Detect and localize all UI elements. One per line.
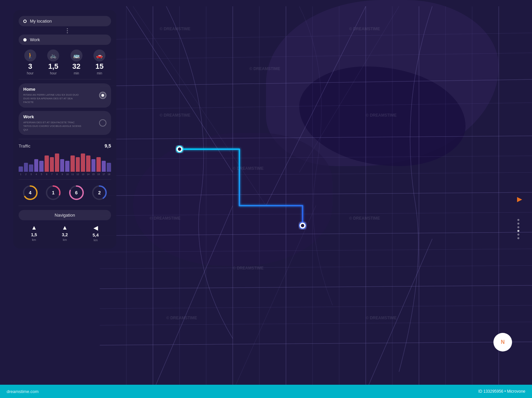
dreamstime-watermark: © DREAMSTIME: [349, 216, 380, 221]
chart-label: 9: [60, 173, 65, 175]
svg-line-11: [100, 265, 532, 269]
transport-walk[interactable]: 🚶 3 hour: [24, 50, 36, 75]
chart-bar: [107, 163, 111, 172]
navigation-label: Navigation: [19, 210, 111, 220]
chart-bar: [24, 163, 28, 172]
work-desc: APEIRIAN DES ET AT SEA FACETE TRAC TATOS…: [23, 121, 83, 132]
nav-item: ▲ 1,5 km: [31, 224, 37, 242]
transport-bike[interactable]: 🚲 1,5 hour: [47, 50, 59, 75]
divider-1: [19, 79, 111, 79]
transport-bus[interactable]: 🚌 32 min: [70, 50, 82, 75]
dreamstime-watermark: © DREAMSTIME: [233, 266, 264, 270]
location-to-label: Work: [30, 37, 40, 42]
svg-line-13: [100, 305, 532, 309]
bottom-bar-right: ID 133295956 • Microvone: [478, 389, 525, 394]
navigation-panel: My location Work 🚶 3 hour 🚲 1,5 hour 🚌 3…: [13, 10, 116, 249]
work-title: Work: [23, 114, 83, 119]
home-card[interactable]: Home RITANI AN FERRI LATINE USU EX DUO D…: [19, 83, 111, 108]
svg-line-12: [100, 285, 532, 289]
chart-label: 3: [29, 173, 33, 175]
chart-bar: [70, 155, 75, 172]
chart-bar: [60, 159, 65, 172]
chart-bar: [55, 153, 59, 172]
compass: N: [493, 333, 512, 351]
chart-label: 13: [81, 173, 85, 175]
nav-item-arrow: ▲: [62, 224, 68, 231]
dreamstime-watermark: © DREAMSTIME: [249, 66, 280, 71]
car-value: 15: [95, 63, 103, 70]
svg-line-2: [100, 79, 532, 86]
chart-label: 5: [39, 173, 44, 175]
chart-label: 12: [76, 173, 80, 175]
car-unit: min: [97, 71, 102, 75]
chart-label: 18: [107, 173, 111, 175]
bottom-bar-left: dreamstime.com: [7, 389, 39, 394]
bike-value: 1,5: [48, 63, 59, 70]
chart-label: 10: [65, 173, 69, 175]
chart-label: 2: [24, 173, 28, 175]
chart-label: 17: [102, 173, 106, 175]
home-desc: RITANI AN FERRI LATINE USU EX DUO DUO DU…: [23, 93, 83, 104]
nav-item-arrow: ▲: [31, 224, 37, 231]
circle-num: 2: [98, 190, 101, 195]
chart-bar: [86, 155, 90, 172]
chart-label: 15: [91, 173, 96, 175]
traffic-header: Traffic 9,5: [19, 143, 111, 149]
svg-line-34: [299, 6, 399, 172]
dreamstime-watermark: © DREAMSTIME: [160, 113, 191, 118]
circle-indicator: 6: [68, 184, 85, 201]
traffic-chart: [19, 152, 111, 172]
home-toggle[interactable]: [99, 92, 106, 99]
svg-line-35: [153, 206, 233, 392]
location-connector: [23, 28, 111, 33]
nav-item-unit: km: [63, 238, 67, 242]
svg-line-15: [100, 342, 532, 345]
chart-bar: [96, 157, 101, 172]
walk-unit: hour: [27, 71, 34, 75]
zoom-dots: [517, 219, 519, 239]
chart-bar: [91, 159, 96, 172]
circle-indicator: 1: [45, 184, 62, 201]
nav-item-dist: 1,5: [31, 232, 37, 237]
location-to-row[interactable]: Work: [19, 35, 111, 45]
walk-value: 3: [28, 63, 32, 70]
bike-unit: hour: [50, 71, 57, 75]
chart-bar: [39, 161, 44, 172]
circles-row: 4 1 6 2: [19, 184, 111, 201]
chart-bar: [34, 159, 39, 172]
chart-bar: [45, 155, 49, 172]
dreamstime-watermark: © DREAMSTIME: [366, 316, 397, 320]
chart-bar: [19, 166, 23, 172]
home-title: Home: [23, 87, 83, 92]
nav-item: ◀ 5,4 km: [93, 224, 99, 242]
svg-line-4: [100, 136, 532, 139]
circle-num: 4: [29, 190, 32, 195]
chart-bar: [65, 161, 69, 172]
dreamstime-watermark: © DREAMSTIME: [366, 113, 397, 118]
circle-num: 6: [75, 190, 78, 195]
svg-line-36: [233, 206, 316, 392]
location-from-row[interactable]: My location: [19, 16, 111, 26]
work-card[interactable]: Work APEIRIAN DES ET AT SEA FACETE TRAC …: [19, 111, 111, 135]
bike-icon: 🚲: [47, 50, 59, 61]
traffic-label: Traffic: [19, 144, 30, 149]
divider-4: [19, 206, 111, 206]
bus-icon: 🚌: [70, 50, 82, 61]
dreamstime-watermark: © DREAMSTIME: [150, 216, 181, 221]
dreamstime-watermark: © DREAMSTIME: [233, 166, 264, 171]
nav-item-dist: 3,2: [62, 232, 68, 237]
nav-item-dist: 5,4: [93, 233, 99, 238]
work-toggle[interactable]: [99, 119, 106, 127]
chart-label: 4: [34, 173, 39, 175]
compass-label: N: [501, 339, 505, 345]
dreamstime-watermark: © DREAMSTIME: [160, 27, 191, 31]
chart-label: 7: [50, 173, 54, 175]
nav-direction-arrow: ▶: [517, 195, 522, 203]
chart-label: 1: [19, 173, 23, 175]
transport-car[interactable]: 🚗 15 min: [93, 50, 105, 75]
svg-line-0: [100, 33, 532, 40]
nav-item-arrow: ◀: [93, 224, 98, 232]
to-dot: [23, 38, 27, 42]
chart-labels: 123456789101112131415161718: [19, 173, 111, 175]
transport-modes-row: 🚶 3 hour 🚲 1,5 hour 🚌 32 min 🚗 15 min: [19, 50, 111, 75]
